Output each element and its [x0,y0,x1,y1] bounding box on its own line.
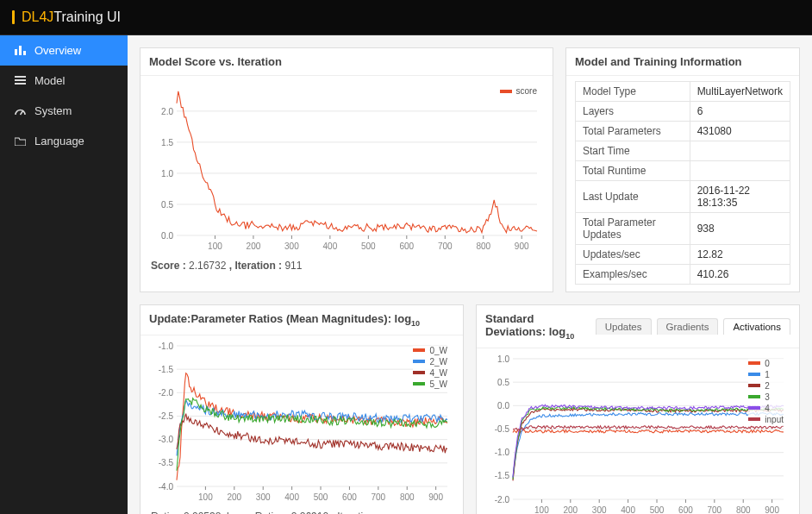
table-row: Total Runtime [576,161,790,181]
info-value: 938 [690,213,790,245]
score-chart-footer: Score : 2.16732 , Iteration : 911 [141,256,553,279]
tab-gradients[interactable]: Gradients [657,318,719,335]
table-row: Total Parameters431080 [576,122,790,141]
info-value: 6 [690,102,790,122]
table-row: Last Update2016-11-22 18:13:35 [576,181,790,213]
svg-rect-0 [15,49,17,55]
table-row: Examples/sec410.26 [576,265,790,285]
info-key: Updates/sec [576,245,690,265]
info-value: 2016-11-22 18:13:35 [690,181,790,213]
sidebar-item-label: Overview [34,44,81,57]
sidebar-item-label: Model [34,74,65,87]
std-tabs: UpdatesGradientsActivations [596,318,790,335]
info-key: Total Runtime [576,161,690,181]
brand-accent-icon [12,10,15,24]
chart-legend: score [500,86,537,97]
svg-rect-2 [23,51,26,55]
svg-rect-5 [15,83,26,85]
info-key: Start Time [576,141,690,161]
info-key: Total Parameter Updates [576,213,690,245]
ratios-card: Update:Parameter Ratios (Mean Magnitudes… [140,304,464,514]
ratios-footer: Ratio : 0.00538, log ₁₀ Ratio : -2.26910… [141,507,463,514]
main-content: Model Score vs. Iteration 0.00.51.01.52.… [128,35,812,514]
sidebar-item-label: Language [34,135,84,147]
std-title-text: Standard Deviations: log [485,312,565,338]
info-card: Model and Training Information Model Typ… [565,47,800,292]
brand-name: DL4J [22,9,53,25]
info-value: 410.26 [690,265,790,285]
sidebar-item-system[interactable]: System [0,96,128,126]
info-key: Examples/sec [576,265,690,285]
score-card: Model Score vs. Iteration 0.00.51.01.52.… [140,47,553,292]
ratios-title-text: Update:Parameter Ratios (Mean Magnitudes… [149,312,411,325]
brand-suffix: Training UI [53,9,121,25]
table-row: Start Time [576,141,790,161]
std-title-sub: 10 [565,332,574,341]
topbar: DL4J Training UI [0,0,812,35]
table-row: Model TypeMultiLayerNetwork [576,82,790,102]
score-chart[interactable]: 0.00.51.01.52.01002003004005006007008009… [149,81,544,249]
gauge-icon [12,106,28,116]
info-value [690,141,790,161]
score-footer-label: Score : [151,260,189,272]
sidebar-item-label: System [34,104,72,117]
info-card-title: Model and Training Information [566,48,799,76]
chart-icon [12,46,28,55]
score-footer-value: 2.16732 [189,260,226,272]
chart-legend: 01234input [748,359,784,426]
svg-rect-1 [19,46,22,55]
std-chart[interactable]: -2.0-1.5-1.0-0.50.00.51.0100200300400500… [485,354,790,513]
sidebar-item-language[interactable]: Language [0,126,128,156]
svg-line-6 [20,110,23,115]
tab-updates[interactable]: Updates [596,318,652,335]
svg-rect-4 [15,79,26,81]
svg-rect-3 [15,76,26,78]
score-card-title: Model Score vs. Iteration [141,48,553,76]
sidebar: Overview Model System Language [0,35,128,514]
table-row: Layers6 [576,102,790,122]
info-table: Model TypeMultiLayerNetworkLayers6Total … [575,81,790,285]
list-icon [12,76,28,85]
info-value [690,161,790,181]
sidebar-item-model[interactable]: Model [0,66,128,96]
info-key: Total Parameters [576,122,690,141]
score-footer-iter-label: , Iteration : [229,260,285,272]
ratios-title-sub: 10 [411,319,420,328]
folder-icon [12,136,28,146]
info-key: Model Type [576,82,690,102]
chart-legend: 0_W2_W4_W5_W [413,346,447,391]
info-value: 431080 [690,122,790,141]
table-row: Updates/sec12.82 [576,245,790,265]
ratios-card-title: Update:Parameter Ratios (Mean Magnitudes… [141,305,463,335]
tab-activations[interactable]: Activations [723,318,790,335]
ratios-chart[interactable]: -4.0-3.5-3.0-2.5-2.0-1.5-1.0100200300400… [149,341,454,500]
info-key: Last Update [576,181,690,213]
std-card: Standard Deviations: log10 UpdatesGradie… [476,304,800,514]
info-value: 12.82 [690,245,790,265]
table-row: Total Parameter Updates938 [576,213,790,245]
sidebar-item-overview[interactable]: Overview [0,35,128,66]
std-card-title: Standard Deviations: log10 UpdatesGradie… [477,305,799,348]
info-key: Layers [576,102,690,122]
score-footer-iter: 911 [284,260,302,272]
info-value: MultiLayerNetwork [690,82,790,102]
brand: DL4J Training UI [12,9,121,25]
